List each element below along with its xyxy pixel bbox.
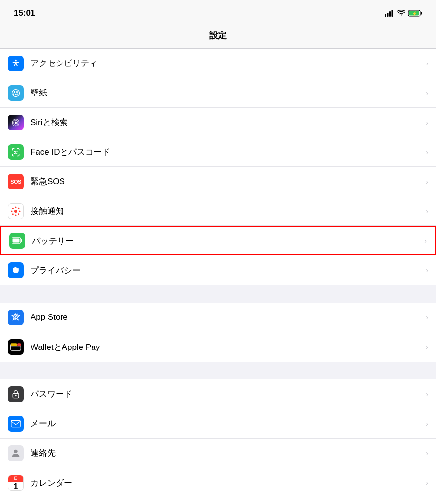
contacts-chevron: › bbox=[426, 449, 428, 457]
svg-point-9 bbox=[12, 89, 20, 96]
battery-chevron: › bbox=[424, 237, 427, 245]
nav-title: 設定 bbox=[209, 31, 227, 40]
svg-rect-29 bbox=[13, 239, 20, 243]
svg-text:⚡: ⚡ bbox=[412, 11, 418, 17]
battery-label: バッテリー bbox=[32, 235, 420, 247]
row-contacts[interactable]: 連絡先 › bbox=[0, 439, 436, 468]
accessibility-icon bbox=[8, 56, 24, 71]
privacy-chevron: › bbox=[426, 266, 428, 274]
settings-list: アクセシビリティ › 壁紙 › bbox=[0, 49, 436, 498]
section-3: パスワード › メール › bbox=[0, 379, 436, 498]
svg-point-10 bbox=[14, 91, 15, 92]
status-bar: 15:01 ⚡ bbox=[0, 0, 436, 25]
section-2: App Store › WalletとApple Pay › bbox=[0, 303, 436, 362]
wallet-icon bbox=[8, 339, 24, 355]
row-wallpaper[interactable]: 壁紙 › bbox=[0, 78, 436, 108]
svg-point-8 bbox=[15, 59, 16, 61]
svg-rect-37 bbox=[11, 420, 20, 427]
calendar-label: カレンダー bbox=[31, 477, 422, 489]
svg-rect-0 bbox=[385, 14, 386, 17]
contacts-icon bbox=[8, 445, 24, 461]
svg-point-23 bbox=[12, 207, 14, 209]
svg-rect-32 bbox=[17, 343, 21, 346]
svg-point-12 bbox=[15, 93, 16, 94]
row-siri[interactable]: Siriと検索 › bbox=[0, 108, 436, 137]
row-mail[interactable]: メール › bbox=[0, 409, 436, 439]
sos-label: 緊急SOS bbox=[31, 176, 422, 187]
exposure-icon bbox=[8, 203, 24, 219]
svg-point-21 bbox=[11, 210, 13, 212]
battery-icon bbox=[9, 233, 25, 249]
svg-point-13 bbox=[13, 93, 15, 94]
status-icons: ⚡ bbox=[385, 10, 422, 17]
svg-point-36 bbox=[15, 394, 16, 396]
sos-chevron: › bbox=[426, 178, 428, 186]
row-appstore[interactable]: App Store › bbox=[0, 303, 436, 332]
contacts-label: 連絡先 bbox=[31, 447, 422, 459]
mail-icon bbox=[8, 416, 24, 432]
row-accessibility[interactable]: アクセシビリティ › bbox=[0, 49, 436, 78]
calendar-icon: 日 1 bbox=[8, 475, 24, 491]
row-faceid[interactable]: Face IDとパスコード › bbox=[0, 137, 436, 167]
accessibility-label: アクセシビリティ bbox=[31, 58, 422, 69]
row-exposure[interactable]: 接触通知 › bbox=[0, 196, 436, 226]
row-battery[interactable]: バッテリー › bbox=[0, 226, 436, 255]
calendar-chevron: › bbox=[426, 479, 428, 487]
exposure-chevron: › bbox=[426, 207, 428, 215]
privacy-label: プライバシー bbox=[31, 265, 422, 276]
row-wallet[interactable]: WalletとApple Pay › bbox=[0, 332, 436, 362]
svg-point-17 bbox=[15, 121, 17, 124]
nav-bar: 設定 bbox=[0, 25, 436, 49]
mail-chevron: › bbox=[426, 420, 428, 428]
row-sos[interactable]: SOS 緊急SOS › bbox=[0, 167, 436, 196]
passwords-icon bbox=[8, 386, 24, 402]
svg-rect-5 bbox=[421, 12, 422, 15]
wallpaper-label: 壁紙 bbox=[31, 87, 422, 98]
section-gap-1 bbox=[0, 285, 436, 303]
svg-rect-3 bbox=[392, 10, 393, 17]
svg-point-20 bbox=[15, 214, 17, 216]
battery-status-icon: ⚡ bbox=[408, 10, 422, 17]
wallpaper-chevron: › bbox=[426, 89, 428, 97]
privacy-icon bbox=[8, 262, 24, 278]
accessibility-chevron: › bbox=[426, 60, 428, 67]
svg-point-22 bbox=[19, 210, 21, 212]
wallet-chevron: › bbox=[426, 343, 428, 351]
siri-label: Siriと検索 bbox=[31, 117, 422, 128]
svg-point-14 bbox=[17, 93, 19, 94]
svg-point-38 bbox=[14, 449, 17, 453]
svg-rect-28 bbox=[21, 239, 22, 242]
svg-point-25 bbox=[18, 207, 19, 209]
exposure-label: 接触通知 bbox=[31, 205, 422, 217]
siri-icon bbox=[8, 115, 24, 130]
wallet-label: WalletとApple Pay bbox=[31, 342, 422, 353]
svg-point-11 bbox=[16, 91, 18, 92]
faceid-chevron: › bbox=[426, 148, 428, 156]
row-privacy[interactable]: プライバシー › bbox=[0, 255, 436, 285]
passwords-chevron: › bbox=[426, 390, 428, 398]
home-indicator bbox=[0, 498, 436, 504]
faceid-label: Face IDとパスコード bbox=[31, 146, 422, 158]
section-1: アクセシビリティ › 壁紙 › bbox=[0, 49, 436, 285]
appstore-icon bbox=[8, 310, 24, 325]
appstore-chevron: › bbox=[426, 314, 428, 321]
passwords-label: パスワード bbox=[31, 388, 422, 400]
mail-label: メール bbox=[31, 418, 422, 429]
wallpaper-icon bbox=[8, 85, 24, 101]
svg-point-24 bbox=[18, 213, 19, 215]
status-time: 15:01 bbox=[14, 8, 35, 18]
svg-rect-1 bbox=[387, 13, 389, 17]
svg-rect-31 bbox=[11, 343, 17, 346]
appstore-label: App Store bbox=[31, 313, 422, 322]
sos-icon: SOS bbox=[8, 174, 24, 189]
signal-icon bbox=[385, 10, 394, 17]
siri-chevron: › bbox=[426, 119, 428, 126]
svg-rect-2 bbox=[389, 11, 391, 17]
section-gap-2 bbox=[0, 362, 436, 379]
row-calendar[interactable]: 日 1 カレンダー › bbox=[0, 468, 436, 498]
row-passwords[interactable]: パスワード › bbox=[0, 379, 436, 409]
faceid-icon bbox=[8, 144, 24, 160]
svg-rect-33 bbox=[11, 348, 21, 350]
svg-point-19 bbox=[15, 206, 17, 208]
svg-point-18 bbox=[14, 210, 17, 213]
